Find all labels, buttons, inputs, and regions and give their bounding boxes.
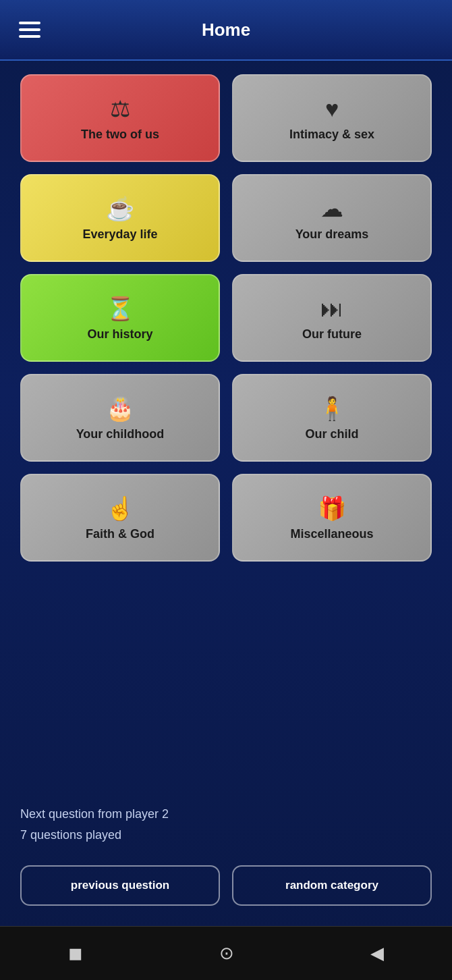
heart-icon: ♥ xyxy=(325,97,339,120)
nav-back-square-icon[interactable]: ◼ xyxy=(68,943,83,964)
category-label: Our history xyxy=(87,327,152,342)
category-label: Miscellaneous xyxy=(290,526,373,542)
category-your-childhood[interactable]: 🎂 Your childhood xyxy=(20,374,220,462)
questions-played-text: 7 questions played xyxy=(20,828,432,842)
category-label: The two of us xyxy=(81,127,159,142)
birthday-cake-icon: 🎂 xyxy=(106,397,134,420)
category-miscellaneous[interactable]: 🎁 Miscellaneous xyxy=(232,474,432,562)
coffee-icon: ☕ xyxy=(106,197,134,220)
next-question-text: Next question from player 2 xyxy=(20,807,432,821)
random-category-button[interactable]: random category xyxy=(232,865,432,906)
previous-question-button[interactable]: previous question xyxy=(20,865,220,906)
category-label: Your dreams xyxy=(295,227,369,242)
nav-back-triangle-icon[interactable]: ◀ xyxy=(370,943,384,964)
category-our-future[interactable]: ⏭ Our future xyxy=(232,274,432,362)
pointing-up-icon: ☝ xyxy=(106,497,134,520)
category-two-of-us[interactable]: ⚖ The two of us xyxy=(20,74,220,162)
category-your-dreams[interactable]: ☁ Your dreams xyxy=(232,174,432,262)
child-person-icon: 🧍 xyxy=(318,397,346,420)
menu-button[interactable] xyxy=(19,22,40,38)
cloud-icon: ☁ xyxy=(320,197,343,220)
category-label: Our future xyxy=(302,327,362,342)
nav-bar: ◼ ⊙ ◀ xyxy=(0,926,452,980)
gift-icon: 🎁 xyxy=(318,497,346,520)
main-content: ⚖ The two of us ♥ Intimacy & sex ☕ Every… xyxy=(0,61,452,807)
category-intimacy-sex[interactable]: ♥ Intimacy & sex xyxy=(232,74,432,162)
bottom-buttons: previous question random category xyxy=(0,865,452,906)
nav-home-circle-icon[interactable]: ⊙ xyxy=(219,943,234,964)
page-title: Home xyxy=(202,20,250,40)
category-label: Our child xyxy=(305,427,358,442)
hourglass-icon: ⏳ xyxy=(106,297,134,320)
category-everyday-life[interactable]: ☕ Everyday life xyxy=(20,174,220,262)
category-label: Faith & God xyxy=(86,526,154,542)
app-header: Home xyxy=(0,0,452,61)
fast-forward-icon: ⏭ xyxy=(320,297,343,320)
scale-icon: ⚖ xyxy=(110,97,130,120)
category-label: Your childhood xyxy=(76,427,165,442)
info-section: Next question from player 2 7 questions … xyxy=(0,807,452,849)
category-our-history[interactable]: ⏳ Our history xyxy=(20,274,220,362)
category-faith-god[interactable]: ☝ Faith & God xyxy=(20,474,220,562)
category-label: Intimacy & sex xyxy=(289,127,374,142)
category-our-child[interactable]: 🧍 Our child xyxy=(232,374,432,462)
category-label: Everyday life xyxy=(82,227,157,242)
category-grid: ⚖ The two of us ♥ Intimacy & sex ☕ Every… xyxy=(20,74,432,562)
